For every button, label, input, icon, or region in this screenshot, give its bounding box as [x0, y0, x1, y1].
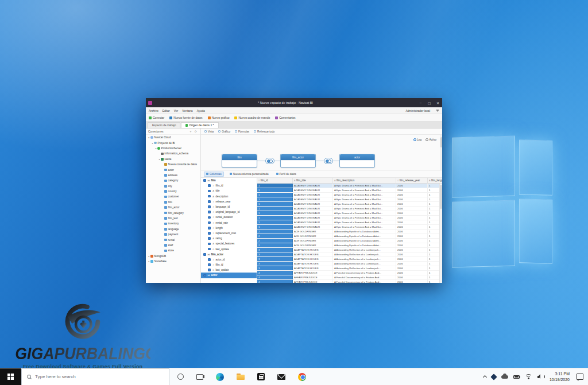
columns-toolbar-button[interactable]: Perfil de datos: [274, 172, 298, 176]
tree-item[interactable]: country: [146, 189, 200, 194]
tree-item[interactable]: ▾ sakila: [146, 157, 200, 162]
tree-item[interactable]: customer: [146, 194, 200, 199]
column-checkbox-row[interactable]: # length: [201, 225, 257, 231]
table-row[interactable]: 3 ADAPTATION HOLES A Astounding Reflecti…: [257, 257, 442, 262]
grid-header-cell[interactable]: # film_release_year: [396, 178, 428, 183]
tree-item[interactable]: ▾ Proyecto de BI: [146, 140, 200, 145]
checkbox[interactable]: [208, 232, 211, 235]
menu-item[interactable]: Ventana: [182, 109, 192, 112]
grid-header-cell[interactable]: A film_description: [333, 178, 396, 183]
table-row[interactable]: 1 ACADEMY DINOSAUR A Epic Drama of a Fem…: [257, 193, 442, 197]
table-row[interactable]: 1 ACADEMY DINOSAUR A Epic Drama of a Fem…: [257, 207, 442, 211]
table-row[interactable]: 1 ACADEMY DINOSAUR A Epic Drama of a Fem…: [257, 216, 442, 220]
tray-app-icon[interactable]: [490, 374, 497, 380]
column-checkbox-row[interactable]: # replacement_cost: [201, 231, 257, 236]
diagram-toolbar-button[interactable]: Vista: [204, 130, 214, 133]
search-input[interactable]: [35, 374, 150, 379]
grid-header-cell[interactable]: # film_id: [257, 178, 293, 183]
checkbox[interactable]: [208, 216, 211, 219]
tree-item[interactable]: ▸ MongoDB: [146, 254, 200, 259]
columns-toolbar-button[interactable]: Nueva columna personalizada: [228, 172, 270, 176]
grid-scrollbar[interactable]: [439, 184, 442, 283]
wifi-icon[interactable]: [525, 374, 532, 379]
checkbox[interactable]: [208, 205, 211, 208]
column-checkbox-row[interactable]: # actor_id: [201, 257, 257, 262]
checkbox[interactable]: [208, 195, 211, 198]
toolbar-button[interactable]: Nueva fuente de datos: [169, 116, 202, 119]
column-checkbox-row[interactable]: A special_features: [201, 241, 257, 246]
column-checkbox-row[interactable]: A rating: [201, 236, 257, 241]
table-row[interactable]: 2 ACE GOLDFINGER A Astounding Epistle of…: [257, 230, 442, 234]
column-checkbox-row[interactable]: ⋈ actor: [201, 273, 257, 278]
tree-item[interactable]: inventory: [146, 221, 200, 226]
menu-item[interactable]: Archivo: [149, 109, 158, 112]
menu-item[interactable]: Ver: [174, 109, 179, 112]
table-row[interactable]: 1 ACADEMY DINOSAUR A Epic Drama of a Fem…: [257, 202, 442, 207]
file-explorer-icon[interactable]: [237, 374, 245, 380]
task-view-button[interactable]: [196, 374, 203, 380]
toolbar-button[interactable]: Comentarios: [275, 116, 295, 119]
tree-item[interactable]: rental: [146, 237, 200, 242]
filter-icon[interactable]: [436, 110, 439, 112]
tab-datasource[interactable]: Origen de datos 1 *: [181, 122, 218, 128]
chrome-icon[interactable]: [298, 373, 306, 381]
table-row[interactable]: 1 ACADEMY DINOSAUR A Epic Drama of a Fem…: [257, 188, 442, 193]
data-grid[interactable]: # film_id A film_title: [257, 178, 442, 283]
table-row[interactable]: 1 ACADEMY DINOSAUR A Epic Drama of a Fem…: [257, 225, 442, 230]
battery-icon[interactable]: [513, 375, 520, 379]
column-checkbox-row[interactable]: # release_year: [201, 199, 257, 204]
column-checkbox-row[interactable]: # film_id: [201, 183, 257, 188]
checkbox[interactable]: [208, 200, 211, 203]
tree-item[interactable]: staff: [146, 243, 200, 248]
diagram-toolbar-button[interactable]: Gráfico: [218, 130, 230, 133]
action-center-icon[interactable]: [577, 374, 583, 380]
start-button[interactable]: [0, 368, 21, 385]
columns-toolbar-button[interactable]: Columnas: [204, 172, 224, 177]
tree-item[interactable]: ▸ Navicat Cloud: [146, 135, 200, 140]
table-row[interactable]: 3 ADAPTATION HOLES A Astounding Reflecti…: [257, 262, 442, 266]
grid-header-cell[interactable]: A film_language: [428, 178, 442, 183]
tree-item[interactable]: category: [146, 178, 200, 183]
column-checkbox-row[interactable]: ⊙ last_update: [201, 267, 257, 273]
table-row[interactable]: 2 ACE GOLDFINGER A Astounding Epistle of…: [257, 234, 442, 239]
microsoft-store-icon[interactable]: [257, 373, 265, 380]
table-row[interactable]: 1 ACADEMY DINOSAUR A Epic Drama of a Fem…: [257, 220, 442, 225]
checkbox[interactable]: [208, 227, 211, 230]
tree-item[interactable]: address: [146, 173, 200, 178]
taskbar-clock[interactable]: 3:11 PM 10/19/2020: [550, 371, 570, 382]
view-option-radio[interactable]: Activo: [425, 138, 436, 141]
grid-header-cell[interactable]: A film_title: [293, 178, 333, 183]
tree-item[interactable]: information_schema: [146, 151, 200, 156]
tree-item[interactable]: film: [146, 200, 200, 205]
edge-icon[interactable]: [216, 373, 224, 381]
tree-item[interactable]: film_text: [146, 216, 200, 221]
checkbox[interactable]: [208, 237, 211, 240]
toolbar-button[interactable]: Conectar: [149, 116, 164, 119]
tree-item[interactable]: store: [146, 248, 200, 253]
table-row[interactable]: 3 ADAPTATION HOLES A Astounding Reflecti…: [257, 266, 442, 271]
tree-item[interactable]: city: [146, 184, 200, 189]
onedrive-icon[interactable]: [501, 375, 508, 379]
maximize-button[interactable]: ▢: [425, 98, 434, 107]
tree-item[interactable]: language: [146, 227, 200, 232]
tree-item[interactable]: ▾ ProductionServer: [146, 146, 200, 151]
table-row[interactable]: 3 ADAPTATION HOLES A Astounding Reflecti…: [257, 252, 442, 257]
view-option-radio[interactable]: Log: [413, 138, 421, 141]
checkbox[interactable]: [208, 184, 211, 187]
tab-workspace[interactable]: Espacio de trabajo: [148, 122, 180, 128]
model-canvas[interactable]: film film_actor actor: [201, 135, 442, 170]
column-checkbox-row[interactable]: ⋈ film: [201, 178, 257, 183]
join-icon[interactable]: [324, 158, 333, 164]
table-row[interactable]: 3 ADAPTATION HOLES A Astounding Reflecti…: [257, 248, 442, 252]
volume-icon[interactable]: [537, 374, 544, 379]
tree-item[interactable]: payment: [146, 232, 200, 237]
cortana-button[interactable]: [177, 374, 184, 380]
title-bar[interactable]: * Nuevo espacio de trabajo - Navicat BI …: [146, 98, 442, 107]
column-checkbox-row[interactable]: ⊙ last_update: [201, 246, 257, 251]
table-row[interactable]: 2 ACE GOLDFINGER A Astounding Epistle of…: [257, 239, 442, 243]
tree-item[interactable]: film_actor: [146, 205, 200, 210]
table-node-film[interactable]: film: [222, 154, 257, 168]
minimize-button[interactable]: –: [416, 98, 425, 107]
menu-item[interactable]: Ayuda: [197, 109, 205, 112]
checkbox[interactable]: [203, 179, 206, 182]
